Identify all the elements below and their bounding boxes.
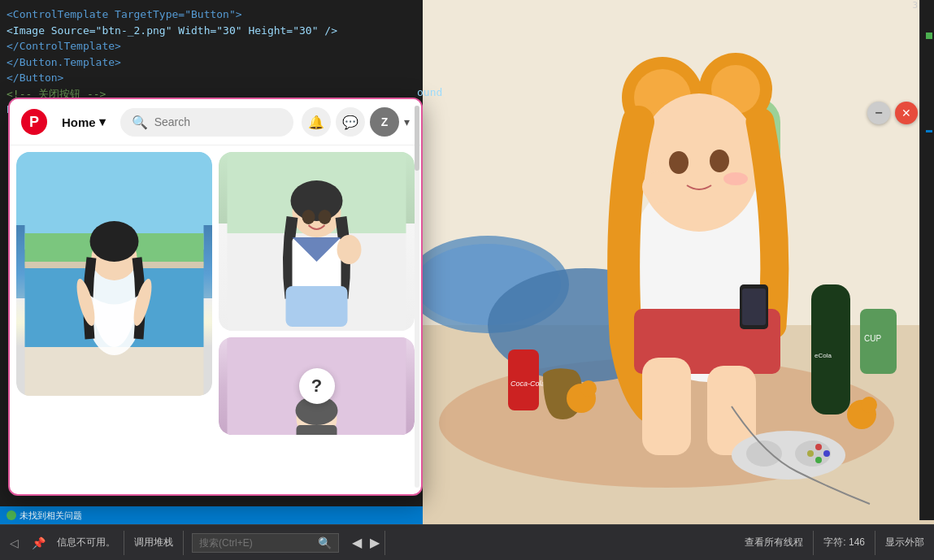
- svg-rect-58: [286, 286, 348, 327]
- pinterest-logo[interactable]: P: [21, 109, 47, 135]
- status-dot-icon: [7, 510, 16, 520]
- scroll-position: 3: [912, 0, 918, 11]
- profile-chevron-icon[interactable]: ▾: [404, 115, 410, 128]
- toolbar-arrow-left-icon[interactable]: ◁: [5, 536, 24, 549]
- close-button[interactable]: ✕: [895, 102, 918, 124]
- bottom-toolbar: ◁ 📌 信息不可用。 调用堆栈 🔍 ◀ ▶ 查看所有线程 字符: 146 显示外…: [0, 524, 934, 560]
- change-indicator-blue: [926, 130, 932, 132]
- code-line-3: </ControlTemplate>: [0, 38, 423, 54]
- pin-image-sailor: [219, 152, 415, 331]
- pin-column-1: [16, 152, 212, 487]
- code-token: </ControlTemplate>: [7, 38, 121, 54]
- pin-card-girl-sailor[interactable]: [219, 152, 415, 331]
- messages-button[interactable]: 💬: [336, 107, 365, 137]
- svg-point-14: [710, 150, 729, 172]
- pinterest-navbar: P Home ▾ 🔍 🔔 💬 Z ▾: [10, 99, 421, 145]
- code-line-4: </Button.Template>: [0, 54, 423, 71]
- char-count-label: 字符: 146: [820, 536, 868, 549]
- bell-icon: 🔔: [308, 115, 324, 130]
- search-bar-button[interactable]: 🔍: [318, 536, 332, 549]
- code-line-1: <ControlTemplate TargetType="Button">: [0, 7, 423, 23]
- code-token: </Button>: [7, 70, 63, 86]
- svg-point-61: [337, 235, 362, 264]
- svg-point-38: [861, 397, 877, 413]
- ide-status-bar: 未找到相关问题: [0, 506, 423, 524]
- status-text: 未找到相关问题: [20, 510, 82, 522]
- external-label[interactable]: 显示外部: [882, 536, 927, 549]
- ound-text-fragment: ound: [417, 86, 442, 98]
- home-label: Home: [62, 115, 96, 129]
- toolbar-nav-section: ◀ ▶: [347, 525, 384, 560]
- minimize-button[interactable]: −: [867, 102, 890, 124]
- svg-point-36: [580, 380, 597, 397]
- toolbar-divider-5: [875, 531, 875, 555]
- change-indicator-green: [926, 33, 932, 39]
- pin-card-girl-pool[interactable]: [16, 152, 212, 396]
- svg-point-39: [642, 171, 683, 203]
- toolbar-left-section: ◁ 📌 信息不可用。: [0, 525, 124, 560]
- view-threads-label[interactable]: 查看所有线程: [741, 536, 806, 549]
- pin-card-girl-question[interactable]: ?: [219, 337, 415, 435]
- toolbar-divider-3: [384, 531, 385, 555]
- svg-rect-21: [742, 289, 766, 325]
- pinterest-popup: P Home ▾ 🔍 🔔 💬 Z ▾: [8, 98, 423, 496]
- svg-point-48: [90, 221, 139, 262]
- code-line-5: </Button>: [0, 70, 423, 86]
- code-token: <Image Source="btn-_2.png" Width="30" He…: [7, 23, 337, 39]
- svg-point-29: [746, 441, 782, 467]
- user-avatar[interactable]: Z: [370, 107, 399, 137]
- search-bar-input[interactable]: [199, 537, 313, 549]
- toolbar-pin-icon[interactable]: 📌: [27, 536, 50, 549]
- pinterest-search-bar[interactable]: 🔍: [120, 108, 293, 137]
- svg-text:eCola: eCola: [815, 352, 832, 359]
- toolbar-divider-4: [813, 531, 814, 555]
- pinterest-content-grid: ?: [10, 145, 421, 493]
- question-mark-overlay[interactable]: ?: [299, 368, 335, 404]
- svg-point-59: [302, 210, 315, 224]
- search-input[interactable]: [154, 115, 282, 128]
- pin-column-2: ?: [219, 152, 415, 487]
- code-token: <ControlTemplate TargetType="Button">: [7, 7, 242, 23]
- window-controls: − ✕: [867, 102, 918, 124]
- search-icon: 🔍: [132, 115, 148, 130]
- nav-icons-group: 🔔 💬 Z ▾: [302, 107, 410, 137]
- status-ok-indicator: 未找到相关问题: [7, 510, 82, 522]
- svg-point-32: [823, 450, 830, 457]
- search-box[interactable]: 🔍: [192, 533, 339, 553]
- home-chevron-icon: ▾: [99, 115, 106, 129]
- toolbar-right-labels: 查看所有线程 字符: 146 显示外部: [735, 525, 934, 560]
- svg-rect-18: [642, 358, 691, 455]
- toolbar-info-text: 信息不可用。: [54, 536, 119, 549]
- svg-point-34: [807, 450, 814, 457]
- svg-text:CUP: CUP: [864, 334, 881, 343]
- call-stack-label: 调用堆栈: [131, 536, 176, 549]
- svg-rect-24: [811, 284, 850, 415]
- nav-back-button[interactable]: ◀: [349, 535, 365, 550]
- svg-text:Coca-Cola: Coca-Cola: [510, 380, 545, 388]
- svg-point-16: [723, 172, 748, 185]
- pinterest-home-button[interactable]: Home ▾: [55, 110, 112, 134]
- code-line-2: <Image Source="btn-_2.png" Width="30" He…: [0, 23, 423, 39]
- svg-point-13: [669, 151, 689, 174]
- svg-point-56: [291, 180, 343, 221]
- code-token: </Button.Template>: [7, 54, 121, 71]
- ide-minimap-scrollbar[interactable]: [919, 0, 934, 520]
- pin-image-pool: [16, 152, 212, 396]
- anime-wallpaper: Coca-Cola eCola CUP: [423, 0, 934, 524]
- debug-section: 调用堆栈: [124, 525, 183, 560]
- message-icon: 💬: [342, 115, 358, 130]
- svg-point-60: [319, 210, 332, 224]
- toolbar-search-section: 🔍: [184, 525, 347, 560]
- svg-point-31: [815, 444, 822, 450]
- notifications-button[interactable]: 🔔: [302, 107, 331, 137]
- svg-point-33: [815, 457, 822, 463]
- svg-point-12: [638, 93, 760, 232]
- nav-forward-button[interactable]: ▶: [367, 535, 383, 550]
